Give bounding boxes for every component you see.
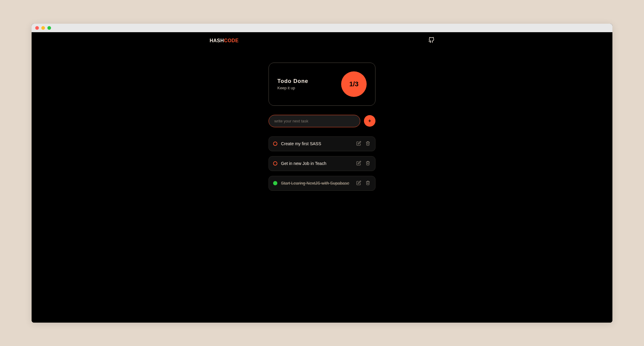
add-task-button[interactable]: + (364, 115, 375, 127)
logo-first: HASH (210, 38, 224, 43)
task-actions (356, 160, 371, 167)
task-text: Get in new Job in Teach (281, 161, 352, 166)
window-minimize-dot[interactable] (41, 26, 45, 30)
task-text: Start Learing NextJS with Supabase (281, 181, 352, 186)
delete-task-button[interactable] (365, 180, 371, 187)
stat-text: Todo Done Keep it up (277, 78, 308, 90)
new-task-row: + (269, 115, 375, 127)
main-column: Todo Done Keep it up 1/3 + Create my fir… (269, 63, 375, 191)
trash-icon (365, 141, 370, 146)
task-text: Create my first SASS (281, 141, 352, 146)
task-actions (356, 180, 371, 187)
github-icon[interactable] (428, 37, 434, 44)
window-zoom-dot[interactable] (47, 26, 51, 30)
logo-second: CODE (224, 38, 238, 43)
new-task-input[interactable] (269, 115, 360, 127)
task-checkbox[interactable] (273, 161, 277, 166)
app-content: HASHCODE Todo Done Keep it up 1/3 + (32, 32, 612, 323)
window-close-dot[interactable] (35, 26, 39, 30)
edit-icon (356, 161, 361, 166)
task-checkbox[interactable] (273, 142, 277, 146)
edit-task-button[interactable] (356, 160, 362, 167)
delete-task-button[interactable] (365, 160, 371, 167)
app-window: HASHCODE Todo Done Keep it up 1/3 + (32, 24, 612, 323)
window-titlebar (32, 24, 612, 32)
delete-task-button[interactable] (365, 140, 371, 147)
task-actions (356, 140, 371, 147)
task-row: Create my first SASS (269, 136, 375, 151)
stat-counter: 1/3 (341, 71, 367, 97)
task-row: Start Learing NextJS with Supabase (269, 176, 375, 191)
stat-subtitle: Keep it up (277, 86, 308, 90)
task-checkbox[interactable] (273, 181, 277, 185)
task-row: Get in new Job in Teach (269, 156, 375, 171)
stat-card: Todo Done Keep it up 1/3 (269, 63, 375, 106)
trash-icon (365, 180, 370, 185)
logo: HASHCODE (210, 38, 239, 43)
task-list: Create my first SASS Get in new Job in T… (269, 136, 375, 191)
edit-icon (356, 141, 361, 146)
stat-title: Todo Done (277, 78, 308, 84)
edit-icon (356, 180, 361, 185)
edit-task-button[interactable] (356, 140, 362, 147)
trash-icon (365, 161, 370, 166)
plus-icon: + (368, 118, 371, 124)
topbar: HASHCODE (210, 32, 434, 44)
edit-task-button[interactable] (356, 180, 362, 187)
